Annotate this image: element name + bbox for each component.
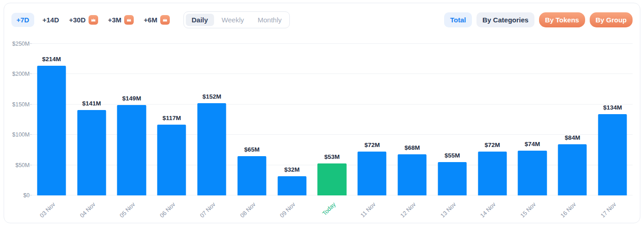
bar-slot: $214M [31,44,72,195]
tab-daily[interactable]: Daily [186,14,214,26]
bar-12-nov[interactable] [398,154,426,195]
y-tick-label: $150M [10,101,30,108]
range-button-+6m[interactable]: +6M [142,12,172,28]
bar-03-nov[interactable] [37,66,66,195]
bar-slot: $68M [392,44,432,195]
bar-value-label: $141M [82,100,101,107]
bar-14-nov[interactable] [478,152,507,195]
x-tick-label: 16 Nov [559,201,577,219]
bar-slot: $72M [472,44,513,195]
range-button-+3m[interactable]: +3M [106,12,136,28]
bar-value-label: $117M [162,115,181,121]
bar-11-nov[interactable] [358,152,387,195]
x-tick-label: 11 Nov [359,201,377,219]
bar-value-label: $32M [284,166,300,173]
range-button-label: +30D [69,16,85,24]
x-tick-label: 15 Nov [519,201,537,219]
range-button-label: +6M [144,16,157,24]
bar-16-nov[interactable] [558,144,587,195]
bar-slot: $72M [352,44,392,195]
range-button-label: +14D [42,16,59,24]
bar-value-label: $72M [485,142,500,148]
bar-value-label: $68M [404,144,420,151]
x-axis-slot: 06 Nov [152,197,192,219]
x-axis: 03 Nov04 Nov05 Nov06 Nov07 Nov08 Nov09 N… [31,197,633,219]
bar-slot: $134M [592,44,633,195]
range-button-label: +7D [16,16,29,24]
bar-slot: $53M [312,44,352,195]
x-axis-slot: 04 Nov [72,197,112,219]
bar-value-label: $149M [122,95,141,102]
y-tick-label: $250M [10,40,30,47]
bar-value-label: $65M [244,146,260,153]
view-button-by-group[interactable]: By Group [590,12,633,27]
x-axis-slot: 08 Nov [232,197,272,219]
tab-monthly[interactable]: Monthly [251,14,288,26]
range-button-+7d[interactable]: +7D [11,13,34,27]
bar-slot: $152M [192,44,232,195]
y-tick-label: $200M [10,70,30,78]
range-button-+14d[interactable]: +14D [41,13,61,27]
x-tick-label: 12 Nov [399,201,417,219]
bar-17-nov[interactable] [598,114,627,195]
x-axis-slot: 17 Nov [592,197,633,219]
view-button-group: TotalBy CategoriesBy TokensBy Group [444,12,633,27]
y-axis: $0$50M$100M$150M$200M$250M [10,44,30,195]
x-axis-slot: 13 Nov [432,197,472,219]
bar-09-nov[interactable] [277,176,306,195]
bar-slot: $55M [432,44,472,195]
range-button-+30d[interactable]: +30D [67,12,99,28]
bar-04-nov[interactable] [77,110,106,195]
bar-value-label: $152M [202,93,221,100]
range-button-label: +3M [108,16,122,24]
toolbar: +7D+14D+30D+3M+6M DailyWeeklyMonthly Tot… [11,11,633,28]
bar-value-label: $53M [325,153,340,160]
bar-15-nov[interactable] [518,151,547,195]
bar-value-label: $74M [525,141,540,147]
bar-value-label: $72M [364,142,380,148]
y-tick-label: $100M [10,131,30,138]
x-axis-slot: Today [312,197,352,219]
y-tick-label: $50M [10,162,30,169]
bar-08-nov[interactable] [237,156,266,195]
range-button-group: +7D+14D+30D+3M+6M [11,12,172,28]
x-tick-label: 07 Nov [199,201,217,219]
x-axis-slot: 16 Nov [552,197,592,219]
crown-icon [124,15,134,25]
bar-chart: $0$50M$100M$150M$200M$250M $214M$141M$14… [10,40,635,220]
tab-weekly[interactable]: Weekly [216,14,250,26]
bar-today[interactable] [318,163,346,195]
bar-07-nov[interactable] [197,103,226,195]
bar-13-nov[interactable] [438,162,466,195]
bar-value-label: $55M [445,152,460,159]
x-tick-label: 06 Nov [158,201,177,219]
x-tick-label: Today [321,201,337,217]
x-tick-label: 13 Nov [439,201,457,219]
chart-card: +7D+14D+30D+3M+6M DailyWeeklyMonthly Tot… [4,3,640,223]
bar-value-label: $214M [42,56,61,63]
bar-slot: $117M [152,44,192,195]
period-tab-group: DailyWeeklyMonthly [183,11,290,28]
y-tick-label: $0 [10,192,30,199]
view-button-by-tokens[interactable]: By Tokens [539,12,585,27]
bar-value-label: $134M [603,104,622,111]
x-tick-label: 09 Nov [279,201,297,219]
crown-icon [89,15,98,25]
bar-slot: $149M [112,44,152,195]
bar-slot: $141M [72,44,112,195]
bar-value-label: $84M [565,134,580,141]
plot-area: $214M$141M$149M$117M$152M$65M$32M$53M$72… [31,44,633,195]
x-tick-label: 04 Nov [79,201,97,219]
x-axis-slot: 11 Nov [352,197,392,219]
x-tick-label: 05 Nov [118,201,136,219]
x-tick-label: 17 Nov [599,201,618,219]
x-axis-slot: 09 Nov [272,197,312,219]
bar-06-nov[interactable] [157,125,186,195]
view-button-total[interactable]: Total [444,12,472,27]
x-axis-slot: 05 Nov [112,197,152,219]
bar-slot: $74M [513,44,553,195]
view-button-by-categories[interactable]: By Categories [476,12,534,27]
bars-container: $214M$141M$149M$117M$152M$65M$32M$53M$72… [31,44,633,195]
bar-05-nov[interactable] [117,105,146,195]
x-tick-label: 03 Nov [38,201,57,219]
